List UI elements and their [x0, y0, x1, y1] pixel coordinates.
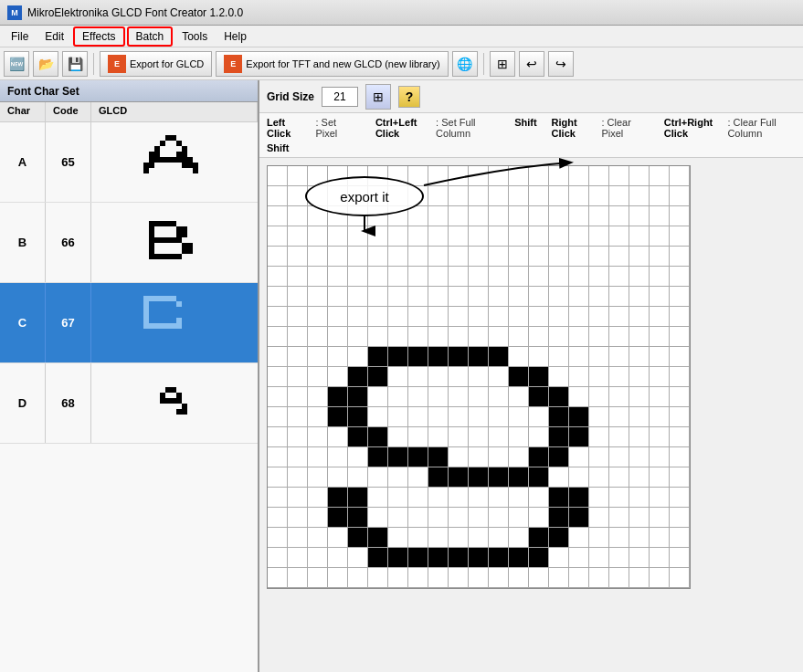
grid-cell[interactable]: [670, 226, 690, 247]
grid-cell[interactable]: [408, 327, 428, 347]
grid-cell[interactable]: [408, 568, 428, 588]
grid-cell[interactable]: [268, 307, 288, 327]
grid-cell[interactable]: [670, 488, 690, 508]
grid-cell[interactable]: [469, 206, 489, 226]
grid-cell[interactable]: [428, 287, 449, 307]
grid-cell[interactable]: [428, 467, 449, 488]
grid-cell[interactable]: [509, 287, 529, 307]
grid-cell[interactable]: [589, 367, 609, 387]
grid-cell[interactable]: [609, 528, 629, 548]
grid-cell[interactable]: [589, 186, 609, 206]
grid-cell[interactable]: [589, 508, 609, 528]
grid-cell[interactable]: [569, 548, 589, 568]
grid-cell[interactable]: [368, 226, 388, 247]
grid-cell[interactable]: [288, 427, 308, 447]
grid-cell[interactable]: [469, 347, 489, 367]
grid-cell[interactable]: [650, 287, 670, 307]
grid-cell[interactable]: [629, 467, 650, 488]
grid-cell[interactable]: [408, 186, 428, 206]
grid-cell[interactable]: [469, 247, 489, 267]
grid-cell[interactable]: [489, 166, 509, 186]
grid-cell[interactable]: [489, 307, 509, 327]
grid-cell[interactable]: [609, 226, 629, 247]
grid-cell[interactable]: [469, 548, 489, 568]
grid-cell[interactable]: [569, 508, 589, 528]
grid-cell[interactable]: [388, 407, 408, 427]
grid-cell[interactable]: [509, 307, 529, 327]
grid-cell[interactable]: [609, 307, 629, 327]
grid-cell[interactable]: [268, 367, 288, 387]
grid-cell[interactable]: [569, 427, 589, 447]
menu-effects[interactable]: Effects: [73, 26, 124, 47]
grid-cell[interactable]: [569, 528, 589, 548]
grid-cell[interactable]: [308, 166, 328, 186]
grid-cell[interactable]: [388, 427, 408, 447]
grid-cell[interactable]: [328, 307, 348, 327]
grid-cell[interactable]: [589, 407, 609, 427]
grid-cell[interactable]: [348, 488, 368, 508]
grid-cell[interactable]: [408, 467, 428, 488]
grid-cell[interactable]: [288, 226, 308, 247]
grid-cell[interactable]: [670, 508, 690, 528]
grid-cell[interactable]: [288, 166, 308, 186]
grid-cell[interactable]: [348, 247, 368, 267]
grid-cell[interactable]: [449, 548, 469, 568]
grid-cell[interactable]: [268, 508, 288, 528]
grid-cell[interactable]: [569, 267, 589, 287]
grid-cell[interactable]: [529, 528, 549, 548]
grid-cell[interactable]: [428, 206, 449, 226]
grid-cell[interactable]: [268, 568, 288, 588]
grid-cell[interactable]: [589, 307, 609, 327]
pixel-grid[interactable]: [267, 165, 691, 589]
grid-cell[interactable]: [670, 467, 690, 488]
grid-cell[interactable]: [469, 528, 489, 548]
grid-cell[interactable]: [629, 247, 650, 267]
grid-cell[interactable]: [388, 367, 408, 387]
grid-cell[interactable]: [509, 407, 529, 427]
grid-cell[interactable]: [589, 488, 609, 508]
grid-cell[interactable]: [288, 347, 308, 367]
grid-cell[interactable]: [408, 307, 428, 327]
grid-cell[interactable]: [268, 387, 288, 407]
extra-btn-1[interactable]: ⊞: [490, 51, 515, 77]
grid-cell[interactable]: [569, 186, 589, 206]
grid-cell[interactable]: [529, 307, 549, 327]
grid-cell[interactable]: [589, 548, 609, 568]
menu-edit[interactable]: Edit: [37, 28, 71, 45]
grid-cell[interactable]: [388, 307, 408, 327]
grid-cell[interactable]: [549, 226, 569, 247]
grid-cell[interactable]: [509, 166, 529, 186]
grid-cell[interactable]: [529, 407, 549, 427]
grid-cell[interactable]: [589, 247, 609, 267]
grid-cell[interactable]: [428, 528, 449, 548]
grid-cell[interactable]: [569, 166, 589, 186]
grid-cell[interactable]: [428, 327, 449, 347]
grid-cell[interactable]: [549, 166, 569, 186]
grid-cell[interactable]: [549, 206, 569, 226]
undo-button[interactable]: ↩: [519, 51, 544, 77]
grid-cell[interactable]: [650, 186, 670, 206]
grid-cell[interactable]: [469, 307, 489, 327]
grid-cell[interactable]: [328, 407, 348, 427]
export-glcd-button[interactable]: E Export for GLCD: [100, 51, 212, 77]
grid-cell[interactable]: [328, 467, 348, 488]
grid-cell[interactable]: [549, 367, 569, 387]
grid-cell[interactable]: [529, 508, 549, 528]
grid-cell[interactable]: [529, 548, 549, 568]
grid-cell[interactable]: [308, 548, 328, 568]
grid-cell[interactable]: [589, 267, 609, 287]
grid-cell[interactable]: [549, 407, 569, 427]
grid-cell[interactable]: [650, 226, 670, 247]
grid-cell[interactable]: [368, 287, 388, 307]
grid-cell[interactable]: [670, 387, 690, 407]
grid-cell[interactable]: [449, 206, 469, 226]
grid-cell[interactable]: [549, 447, 569, 467]
grid-cell[interactable]: [348, 387, 368, 407]
grid-cell[interactable]: [509, 488, 529, 508]
grid-cell[interactable]: [328, 206, 348, 226]
grid-cell[interactable]: [529, 206, 549, 226]
grid-cell[interactable]: [328, 508, 348, 528]
grid-cell[interactable]: [529, 226, 549, 247]
grid-cell[interactable]: [288, 367, 308, 387]
grid-cell[interactable]: [670, 347, 690, 367]
